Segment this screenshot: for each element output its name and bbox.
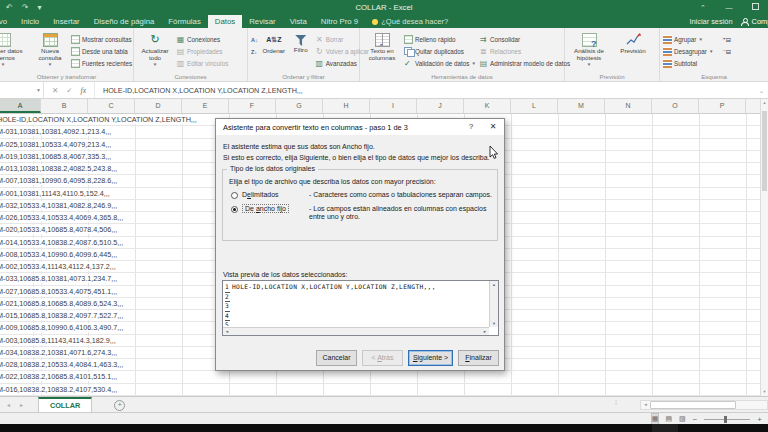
tab-inicio[interactable]: Inicio	[14, 15, 46, 28]
finish-button[interactable]: Finalizar	[458, 350, 499, 366]
fixed-width-radio-label[interactable]: De ancho fijo	[242, 204, 289, 213]
remove-duplicates-button[interactable]: Quitar duplicados	[404, 46, 476, 56]
horizontal-scrollbar[interactable]: ◄	[640, 400, 768, 410]
fixed-width-radio[interactable]	[231, 206, 238, 213]
tab-insertar[interactable]: Insertar	[46, 15, 86, 28]
column-header-B[interactable]: B	[41, 99, 88, 113]
cancel-button[interactable]: Cancelar	[316, 350, 357, 366]
formula-bar-value[interactable]: HOLE-ID,LOCATION X,LOCATION Y,LOCATION Z…	[95, 86, 303, 95]
prev-sheet-icon[interactable]: ◄	[6, 402, 11, 408]
expand-formula-bar-icon[interactable]: ⌄	[759, 87, 768, 94]
column-header-L[interactable]: L	[511, 99, 558, 113]
show-queries-button[interactable]: Mostrar consultas	[71, 34, 132, 44]
name-box[interactable]: ▼	[0, 82, 44, 98]
delimited-radio[interactable]	[231, 192, 238, 199]
name-box-dropdown-icon[interactable]: ▼	[36, 87, 41, 93]
column-header-H[interactable]: H	[323, 99, 370, 113]
normal-view-icon[interactable]: ▦	[652, 414, 659, 424]
filter-button[interactable]: Filtro	[290, 30, 312, 70]
vertical-scroll-thumb[interactable]	[762, 111, 767, 191]
recent-sources-button[interactable]: Fuentes recientes	[71, 58, 132, 68]
preview-scroll-down-icon[interactable]: ▼	[492, 321, 496, 326]
what-if-analysis-button[interactable]: Análisis de hipótesis▼	[568, 30, 610, 70]
dialog-close-icon[interactable]: ✕	[482, 119, 504, 135]
tab-formulas[interactable]: Fórmulas	[161, 15, 208, 28]
delimited-radio-label[interactable]: Delimitados	[242, 191, 279, 198]
sort-button[interactable]: A⇅Z Ordenar	[261, 30, 287, 70]
column-header-P[interactable]: P	[699, 99, 746, 113]
insert-function-icon[interactable]: fx	[81, 86, 86, 95]
group-button[interactable]: Agrupar ▼	[663, 34, 713, 44]
dialog-help-icon[interactable]: ?	[460, 119, 482, 135]
column-header-O[interactable]: O	[652, 99, 699, 113]
preview-scroll-right-icon[interactable]: ►	[483, 329, 487, 334]
sort-descending-button[interactable]: Z↓	[251, 47, 258, 57]
consolidate-button[interactable]: ⇉ Consolidar	[479, 34, 570, 44]
tell-me-box[interactable]: ¿Qué desea hacer?	[365, 15, 455, 28]
column-header-K[interactable]: K	[464, 99, 511, 113]
hide-detail-icon[interactable]: ⁻⊟	[722, 46, 731, 56]
zoom-slider[interactable]	[704, 419, 750, 420]
fixed-width-radio-row[interactable]: De ancho fijo	[231, 205, 289, 213]
tab-datos[interactable]: Datos	[208, 15, 242, 28]
tab-splitter-handle[interactable]: ⁞	[615, 399, 617, 406]
text-to-columns-button[interactable]: Texto en columnas	[363, 30, 401, 70]
column-header-D[interactable]: D	[135, 99, 182, 113]
data-preview-box[interactable]: 1HOLE-ID,LOCATION X,LOCATION Y,LOCATION …	[222, 280, 499, 336]
ribbon-display-options-icon[interactable]: ⌃	[690, 0, 716, 15]
forecast-sheet-button[interactable]: Previsión	[613, 30, 653, 70]
manage-data-model-button[interactable]: ▤ Administrar modelo de datos	[479, 58, 570, 68]
zoom-out-icon[interactable]: −	[693, 415, 698, 424]
scroll-up-icon[interactable]: ▲	[761, 99, 768, 107]
tab-archivo[interactable]: Archivo	[0, 15, 14, 28]
preview-horizontal-scrollbar[interactable]: ◄ ►	[223, 327, 489, 335]
zoom-in-icon[interactable]: +	[757, 415, 762, 424]
flash-fill-button[interactable]: Relleno rápido	[404, 34, 476, 44]
column-header-Q[interactable]: Q	[746, 99, 760, 113]
sign-in-link[interactable]: Iniciar sesión	[689, 17, 732, 26]
next-button[interactable]: Siguiente >	[408, 350, 453, 366]
column-header-N[interactable]: N	[605, 99, 652, 113]
column-header-F[interactable]: F	[229, 99, 276, 113]
column-header-C[interactable]: C	[88, 99, 135, 113]
new-sheet-icon[interactable]: +	[114, 400, 125, 411]
sheet-tab-collar[interactable]: COLLAR	[38, 397, 92, 412]
next-sheet-icon[interactable]: ►	[19, 402, 24, 408]
from-table-button[interactable]: Desde una tabla	[71, 46, 132, 56]
dialog-title-bar[interactable]: Asistente para convertir texto en column…	[216, 119, 504, 135]
subtotal-button[interactable]: Subtotal	[663, 58, 713, 68]
data-validation-button[interactable]: ✓ Validación de datos ▼	[404, 58, 476, 68]
zoom-slider-knob[interactable]	[724, 416, 727, 423]
column-header-G[interactable]: G	[276, 99, 323, 113]
enter-entry-icon[interactable]: ✓	[66, 86, 72, 95]
sort-ascending-button[interactable]: A↓	[251, 35, 258, 45]
sheet-row-23[interactable]: M-016,10838.2,10838.2,4107,530.4,,,	[0, 384, 760, 396]
share-button[interactable]: Compartir	[741, 17, 768, 26]
refresh-all-button[interactable]: ↻ Actualizar todo▼	[137, 30, 173, 70]
horizontal-scroll-thumb[interactable]	[650, 401, 736, 409]
minimize-icon[interactable]: —	[716, 0, 742, 15]
preview-scroll-left-icon[interactable]: ◄	[225, 329, 229, 334]
vertical-scrollbar[interactable]: ▲ ▼	[760, 99, 768, 396]
cancel-entry-icon[interactable]: ✕	[52, 86, 58, 95]
column-header-A[interactable]: A	[0, 99, 41, 113]
column-header-I[interactable]: I	[370, 99, 417, 113]
delimited-radio-row[interactable]: Delimitados	[231, 191, 279, 199]
connections-button[interactable]: ▦ Conexiones	[176, 34, 228, 44]
tab-diseno-de-pagina[interactable]: Diseño de página	[87, 15, 162, 28]
page-layout-view-icon[interactable]: ▤	[665, 414, 672, 424]
restore-icon[interactable]	[742, 0, 768, 15]
scroll-down-icon[interactable]: ▼	[761, 388, 768, 396]
preview-scroll-up-icon[interactable]: ▲	[492, 282, 496, 287]
get-external-data-button[interactable]: Obtener datos externos▼	[0, 30, 29, 70]
tab-revisar[interactable]: Revisar	[242, 15, 282, 28]
column-header-E[interactable]: E	[182, 99, 229, 113]
column-header-M[interactable]: M	[558, 99, 605, 113]
sheet-row-22[interactable]: M-022,10838.2,10685.8,4101,515.1,,,	[0, 371, 760, 383]
ungroup-button[interactable]: Desagrupar ▼	[663, 46, 713, 56]
page-break-view-icon[interactable]: ▨	[679, 414, 686, 424]
scroll-left-icon[interactable]: ◄	[641, 402, 650, 407]
tab-vista[interactable]: Vista	[283, 15, 314, 28]
show-detail-icon[interactable]: ⁺⊟	[722, 34, 731, 44]
column-header-J[interactable]: J	[417, 99, 464, 113]
